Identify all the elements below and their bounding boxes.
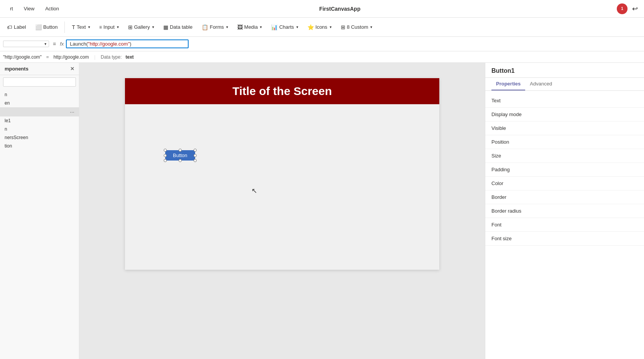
media-icon: 🖼 <box>237 24 243 30</box>
custom-button[interactable]: ⊞ 8 Custom ▾ <box>337 23 376 32</box>
datatable-icon: ▦ <box>163 24 168 30</box>
hint-datatype-value: text <box>125 54 133 60</box>
tab-advanced[interactable]: Advanced <box>525 78 557 90</box>
left-sidebar: mponents ✕ n en ··· le1 n nersScr <box>0 63 79 359</box>
canvas-body[interactable]: Button ↖ <box>125 104 439 265</box>
search-input[interactable] <box>3 77 76 87</box>
charts-button[interactable]: 📊 Charts ▾ <box>267 23 302 32</box>
sidebar-search[interactable] <box>0 75 79 89</box>
menu-rt[interactable]: rt <box>6 4 17 13</box>
handle-br[interactable] <box>194 159 197 162</box>
prop-size[interactable]: Size <box>485 149 644 163</box>
prop-position[interactable]: Position <box>485 135 644 149</box>
formula-selector[interactable]: ▾ <box>3 41 49 47</box>
toolbar-divider-1 <box>64 21 65 33</box>
icons-button[interactable]: ⭐ Icons ▾ <box>304 23 335 32</box>
handle-tl[interactable] <box>164 149 167 152</box>
right-panel: Button1 Properties Advanced Text Display… <box>485 63 644 359</box>
custom-chevron: ▾ <box>370 25 372 29</box>
prop-border-radius[interactable]: Border radius <box>485 204 644 218</box>
undo-icon[interactable]: ↩ <box>632 5 638 13</box>
hint-right: http://google.com <box>54 54 89 60</box>
forms-icon: 📋 <box>202 24 208 30</box>
label-button[interactable]: 🏷 Label <box>3 23 30 32</box>
sidebar-item-active[interactable]: ··· <box>0 107 79 116</box>
sidebar-header: mponents ✕ <box>0 63 79 75</box>
right-panel-header: Button1 <box>485 63 644 78</box>
formula-equals-sign: = <box>51 41 58 47</box>
handle-mr[interactable] <box>194 154 197 157</box>
formula-launch-func: Launch( <box>70 41 88 47</box>
formula-fx-label: fx <box>60 41 64 47</box>
formula-close-paren: ) <box>130 41 131 47</box>
sidebar-tree: n en ··· le1 n nersScreen tion <box>0 89 79 359</box>
formula-url-string: "http://google.com" <box>88 41 130 47</box>
gallery-button[interactable]: ⊞ Gallery ▾ <box>124 23 158 32</box>
button-widget[interactable]: Button <box>165 150 195 161</box>
gallery-icon: ⊞ <box>128 24 133 30</box>
icons-icon: ⭐ <box>307 24 314 30</box>
menu-view[interactable]: View <box>20 4 38 13</box>
sidebar-item-le1[interactable]: le1 <box>0 116 79 125</box>
handle-tm[interactable] <box>179 149 182 152</box>
right-panel-tabs: Properties Advanced <box>485 78 644 91</box>
prop-visible[interactable]: Visible <box>485 121 644 135</box>
formula-bar: ▾ = fx Launch("http://google.com") <box>0 37 644 51</box>
media-chevron: ▾ <box>260 25 262 29</box>
handle-tr[interactable] <box>194 149 197 152</box>
sidebar-title: mponents <box>5 66 28 72</box>
hint-left: "http://google.com" <box>3 54 42 60</box>
sidebar-dots-icon[interactable]: ··· <box>70 109 74 115</box>
handle-ml[interactable] <box>164 154 167 157</box>
sidebar-item-tion[interactable]: tion <box>0 142 79 150</box>
input-icon: ≡ <box>99 25 102 30</box>
formula-input[interactable]: Launch("http://google.com") <box>66 39 189 48</box>
hint-separator: | <box>94 54 95 60</box>
tab-properties[interactable]: Properties <box>491 78 525 90</box>
toolbar: 🏷 Label ⬜ Button T Text ▾ ≡ Input ▾ ⊞ Ga… <box>0 18 644 37</box>
canvas-area[interactable]: Title of the Screen Button <box>79 63 485 359</box>
button-handle-container: Button <box>165 150 195 161</box>
charts-chevron: ▾ <box>296 25 298 29</box>
text-chevron: ▾ <box>88 25 90 29</box>
right-panel-props: Text Display mode Visible Position Size … <box>485 91 644 359</box>
prop-font-size[interactable]: Font size <box>485 232 644 246</box>
cursor-indicator: ↖ <box>251 187 257 195</box>
sidebar-item-en[interactable]: en <box>0 99 79 107</box>
handle-bm[interactable] <box>179 159 182 162</box>
selector-chevron: ▾ <box>44 42 46 46</box>
media-button[interactable]: 🖼 Media ▾ <box>233 23 266 32</box>
main-area: mponents ✕ n en ··· le1 n nersScr <box>0 63 644 359</box>
prop-font[interactable]: Font <box>485 218 644 232</box>
button-icon: ⬜ <box>35 24 42 30</box>
label-icon: 🏷 <box>7 24 12 30</box>
prop-color[interactable]: Color <box>485 177 644 190</box>
canvas-frame: Title of the Screen Button <box>125 78 439 270</box>
top-right-icons: 1 ↩ <box>617 3 638 14</box>
formula-hint-bar: "http://google.com" = http://google.com … <box>0 51 644 63</box>
sidebar-item-n2[interactable]: n <box>0 125 79 133</box>
hint-equals: = <box>46 54 49 60</box>
sidebar-item-nersscreen[interactable]: nersScreen <box>0 133 79 142</box>
sidebar-item-n1[interactable]: n <box>0 90 79 99</box>
gallery-chevron: ▾ <box>152 25 154 29</box>
input-chevron: ▾ <box>117 25 119 29</box>
text-button[interactable]: T Text ▾ <box>68 23 94 32</box>
charts-icon: 📊 <box>271 24 278 30</box>
hint-datatype-label: Data type: <box>101 54 122 60</box>
top-bar: rt View Action FirstCanvasApp 1 ↩ <box>0 0 644 18</box>
sidebar-close-icon[interactable]: ✕ <box>70 66 74 72</box>
input-button[interactable]: ≡ Input ▾ <box>95 23 123 31</box>
forms-button[interactable]: 📋 Forms ▾ <box>198 23 232 32</box>
button-toolbar-button[interactable]: ⬜ Button <box>31 23 62 32</box>
handle-bl[interactable] <box>164 159 167 162</box>
custom-icon: ⊞ <box>341 24 345 30</box>
notification-icon[interactable]: 1 <box>617 3 628 14</box>
datatable-button[interactable]: ▦ Data table <box>159 23 196 32</box>
text-icon: T <box>72 24 75 30</box>
prop-border[interactable]: Border <box>485 190 644 204</box>
prop-text[interactable]: Text <box>485 94 644 108</box>
menu-action[interactable]: Action <box>41 4 63 13</box>
prop-padding[interactable]: Padding <box>485 163 644 177</box>
prop-display-mode[interactable]: Display mode <box>485 108 644 121</box>
